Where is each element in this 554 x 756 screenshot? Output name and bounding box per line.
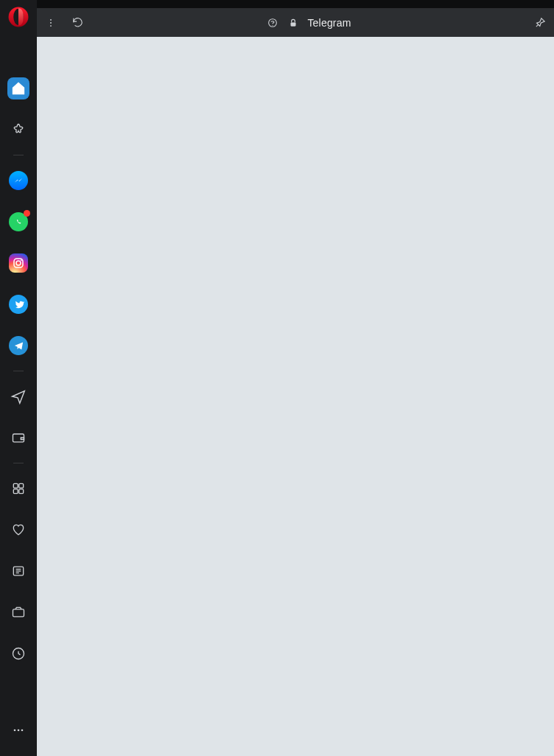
wallet-icon xyxy=(11,430,26,445)
svg-rect-24 xyxy=(291,22,296,26)
svg-point-20 xyxy=(50,22,52,24)
address-display[interactable]: Telegram xyxy=(84,16,533,29)
sidebar xyxy=(0,0,37,756)
svg-point-4 xyxy=(21,259,22,261)
news-icon xyxy=(11,564,26,578)
tab-strip[interactable] xyxy=(37,0,554,8)
address-bar: Telegram xyxy=(37,8,554,37)
messenger-icon xyxy=(9,171,28,190)
history-icon xyxy=(11,646,26,661)
send-icon xyxy=(10,388,27,405)
telegram-icon xyxy=(9,336,28,355)
sidebar-divider xyxy=(13,463,24,463)
twitter-icon xyxy=(9,295,28,314)
home-icon xyxy=(11,81,26,96)
sidebar-item-home[interactable] xyxy=(7,77,29,99)
sidebar-item-wallet[interactable] xyxy=(7,427,29,449)
sidebar-divider xyxy=(13,155,24,155)
kebab-icon xyxy=(46,18,56,28)
pin-panel-button[interactable] xyxy=(533,16,547,29)
svg-point-17 xyxy=(18,729,20,732)
sidebar-item-telegram[interactable] xyxy=(7,335,29,357)
svg-point-21 xyxy=(50,25,52,27)
site-label: Telegram xyxy=(307,17,351,29)
opera-logo[interactable] xyxy=(7,6,29,28)
star-outline-icon xyxy=(11,122,26,137)
sidebar-item-pinboards[interactable] xyxy=(7,119,29,141)
whatsapp-icon xyxy=(9,212,28,231)
svg-line-25 xyxy=(536,24,538,27)
svg-point-16 xyxy=(14,729,16,732)
svg-point-19 xyxy=(50,18,52,20)
svg-rect-6 xyxy=(13,483,18,488)
svg-point-23 xyxy=(273,24,273,25)
sidebar-item-more[interactable] xyxy=(7,719,29,741)
sidebar-divider xyxy=(13,371,24,371)
svg-rect-7 xyxy=(19,483,24,488)
main-column: Telegram xyxy=(37,0,554,756)
sidebar-item-snapshot[interactable] xyxy=(7,601,29,623)
more-horizontal-icon xyxy=(11,723,26,738)
sidebar-item-whatsapp[interactable] xyxy=(7,211,29,233)
assistant-icon xyxy=(266,16,279,29)
app-root: Telegram xyxy=(0,0,554,756)
svg-rect-14 xyxy=(13,609,24,617)
sidebar-item-history[interactable] xyxy=(7,643,29,665)
sidebar-item-instagram[interactable] xyxy=(7,252,29,274)
notification-badge xyxy=(24,210,30,217)
sidebar-item-flow[interactable] xyxy=(7,385,29,407)
panel-menu-button[interactable] xyxy=(44,16,57,29)
svg-point-3 xyxy=(16,261,21,265)
svg-rect-9 xyxy=(19,489,24,494)
page-content[interactable] xyxy=(37,37,554,756)
sidebar-item-twitter[interactable] xyxy=(7,293,29,315)
heart-icon xyxy=(11,522,26,537)
pin-icon xyxy=(534,16,547,29)
sidebar-item-news[interactable] xyxy=(7,560,29,582)
reload-button[interactable] xyxy=(71,16,84,29)
instagram-icon xyxy=(9,253,28,273)
svg-point-18 xyxy=(21,729,24,732)
reload-icon xyxy=(71,16,84,29)
sidebar-item-workspaces[interactable] xyxy=(7,477,29,500)
svg-rect-8 xyxy=(13,489,18,494)
opera-icon xyxy=(8,7,29,27)
sidebar-item-messenger[interactable] xyxy=(7,169,29,192)
sidebar-item-favorites[interactable] xyxy=(7,519,29,541)
lock-icon xyxy=(287,16,300,29)
grid-icon xyxy=(11,481,26,496)
snapshot-icon xyxy=(11,605,26,620)
